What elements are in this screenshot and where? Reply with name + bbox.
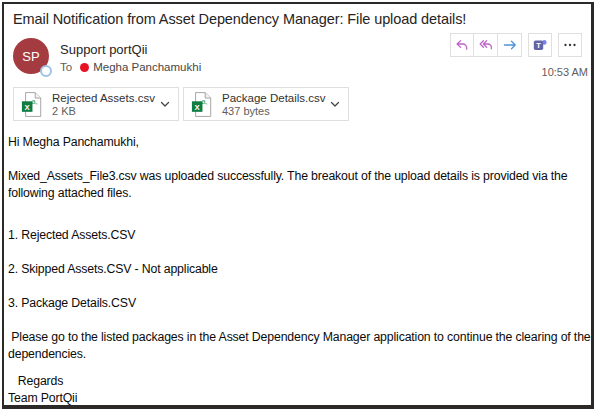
attachment-size: 2 KB — [52, 105, 156, 117]
attachments-row: a, X Rejected Assets.csv 2 KB — [13, 87, 349, 121]
received-timestamp: 10:53 AM — [542, 66, 588, 78]
reply-all-icon — [478, 37, 494, 53]
body-signature: Team PortQii — [8, 390, 593, 407]
presence-status-icon — [40, 65, 52, 77]
body-paragraph: Mixed_Assets_File3.csv was uploaded succ… — [8, 168, 593, 202]
body-paragraph: Please go to the listed packages in the … — [8, 329, 593, 363]
attachment-size: 437 bytes — [222, 105, 326, 117]
body-greeting: Hi Megha Panchamukhi, — [8, 134, 593, 151]
attachment-options-button[interactable] — [156, 95, 174, 113]
svg-text:X: X — [25, 102, 31, 111]
to-label: To — [60, 61, 72, 73]
email-reading-pane: Email Notification from Asset Dependency… — [2, 2, 594, 409]
attachment-card[interactable]: a, X Rejected Assets.csv 2 KB — [13, 87, 179, 121]
attachment-name: Rejected Assets.csv — [52, 92, 156, 104]
body-list-item-1: 1. Rejected Assets.CSV — [8, 227, 593, 244]
excel-csv-icon: a, X — [191, 91, 213, 118]
body-list-item-2: 2. Skipped Assets.CSV - Not applicable — [8, 261, 593, 278]
sender-name[interactable]: Support portQii — [60, 42, 147, 57]
more-options-icon — [562, 37, 578, 53]
reply-all-button[interactable] — [474, 33, 498, 57]
forward-button[interactable] — [498, 33, 522, 57]
body-signoff: Regards — [8, 373, 593, 390]
forward-icon — [502, 37, 518, 53]
presence-busy-icon — [80, 63, 89, 72]
recipient-name[interactable]: Megha Panchamukhi — [93, 61, 201, 73]
svg-text:T: T — [536, 41, 541, 50]
reply-icon — [454, 37, 470, 53]
attachment-card[interactable]: a, X Package Details.csv 437 bytes — [183, 87, 349, 121]
email-subject: Email Notification from Asset Dependency… — [13, 11, 573, 27]
svg-text:X: X — [195, 102, 201, 111]
svg-text:a,: a, — [32, 97, 38, 106]
svg-text:a,: a, — [202, 97, 208, 106]
teams-icon: T — [532, 37, 548, 53]
chevron-down-icon — [158, 97, 172, 111]
attachment-options-button[interactable] — [326, 95, 344, 113]
avatar-initials: SP — [22, 49, 40, 64]
reply-button[interactable] — [450, 33, 474, 57]
teams-chat-button[interactable]: T — [528, 33, 552, 57]
excel-csv-icon: a, X — [21, 91, 43, 118]
more-actions-button[interactable] — [558, 33, 582, 57]
email-body: Hi Megha Panchamukhi, Mixed_Assets_File3… — [8, 134, 593, 407]
chevron-down-icon — [328, 97, 342, 111]
body-list-item-3: 3. Package Details.CSV — [8, 295, 593, 312]
message-actions-toolbar: T — [450, 33, 582, 57]
sender-avatar[interactable]: SP — [13, 38, 49, 74]
attachment-name: Package Details.csv — [222, 92, 326, 104]
reply-button-group — [450, 33, 522, 57]
recipient-line: To Megha Panchamukhi — [60, 61, 201, 73]
